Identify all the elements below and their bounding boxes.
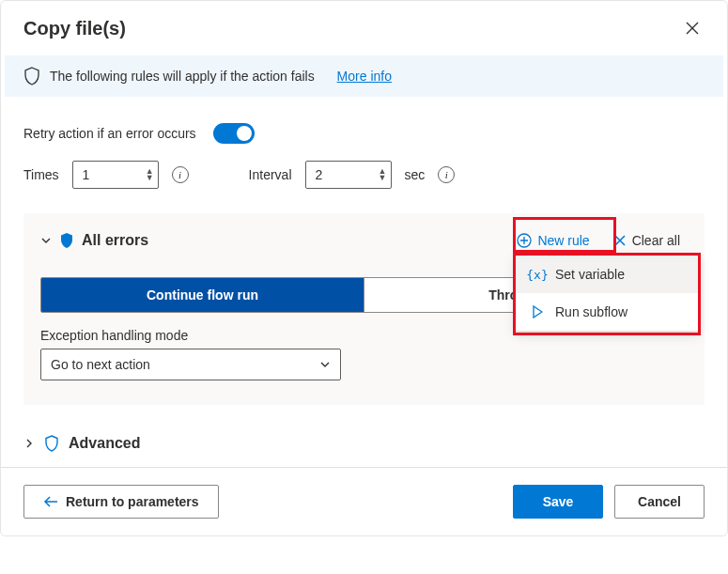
arrow-left-icon [43, 495, 58, 508]
retry-toggle[interactable] [213, 123, 255, 144]
advanced-row[interactable]: Advanced [23, 435, 705, 452]
close-icon[interactable] [680, 16, 705, 40]
exception-mode-value: Go to next action [51, 357, 150, 372]
new-rule-button[interactable]: New rule [506, 226, 599, 255]
times-info-icon[interactable]: i [172, 166, 189, 183]
new-rule-dropdown: {x} Set variable Run subflow [515, 255, 699, 332]
menu-item-run-subflow-label: Run subflow [555, 304, 627, 319]
interval-unit: sec [405, 167, 426, 182]
dialog-footer: Return to parameters Save Cancel [1, 467, 727, 535]
info-bar: The following rules will apply if the ac… [5, 55, 723, 97]
shield-icon [23, 67, 40, 85]
return-label: Return to parameters [66, 494, 199, 509]
clear-all-button[interactable]: Clear all [606, 227, 688, 254]
braces-x-icon: {x} [529, 268, 546, 282]
x-icon [613, 234, 627, 247]
retry-label: Retry action if an error occurs [23, 126, 196, 141]
menu-item-run-subflow[interactable]: Run subflow [516, 293, 698, 331]
menu-item-set-variable-label: Set variable [555, 267, 625, 282]
retry-section: Retry action if an error occurs Times 1 … [1, 97, 727, 196]
times-spinner[interactable]: ▲▼ [146, 168, 154, 181]
new-rule-label: New rule [537, 233, 589, 248]
times-value: 1 [83, 167, 90, 182]
clear-all-label: Clear all [632, 233, 680, 248]
times-input[interactable]: 1 ▲▼ [72, 161, 159, 189]
times-label: Times [23, 167, 59, 182]
chevron-down-icon [319, 359, 331, 370]
dialog-copy-files: Copy file(s) The following rules will ap… [0, 0, 728, 536]
advanced-title: Advanced [69, 435, 140, 452]
interval-input[interactable]: 2 ▲▼ [305, 161, 392, 189]
interval-info-icon[interactable]: i [438, 166, 455, 183]
shield-icon [59, 232, 74, 249]
dialog-title: Copy file(s) [23, 18, 126, 39]
interval-spinner[interactable]: ▲▼ [379, 168, 387, 181]
info-bar-text: The following rules will apply if the ac… [50, 69, 315, 84]
dialog-header: Copy file(s) [1, 1, 727, 48]
chevron-right-icon [23, 438, 35, 449]
all-errors-header: All errors New rule Clear all [40, 226, 688, 255]
plus-circle-icon [517, 233, 532, 248]
interval-label: Interval [249, 167, 292, 182]
interval-value: 2 [316, 167, 323, 182]
exception-mode-select[interactable]: Go to next action [40, 349, 341, 380]
more-info-link[interactable]: More info [337, 69, 392, 84]
save-button[interactable]: Save [513, 485, 603, 519]
segment-continue-flow[interactable]: Continue flow run [41, 278, 364, 312]
cancel-button[interactable]: Cancel [614, 485, 705, 519]
play-icon [529, 305, 546, 318]
shield-icon [44, 435, 59, 452]
all-errors-title: All errors [82, 232, 148, 249]
all-errors-block: All errors New rule Clear all [23, 213, 705, 405]
menu-item-set-variable[interactable]: {x} Set variable [516, 256, 698, 293]
return-to-parameters-button[interactable]: Return to parameters [23, 485, 219, 519]
chevron-down-icon[interactable] [40, 235, 52, 246]
